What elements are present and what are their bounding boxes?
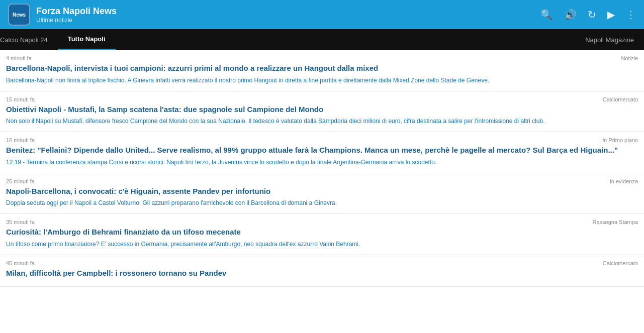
news-feed: 4 minuti faNotizieBarcellona-Napoli, int… — [0, 50, 644, 287]
news-summary: 12.19 - Termina la conferenza stampa Cor… — [6, 158, 638, 167]
news-summary: Doppia seduta oggi per il Napoli a Caste… — [6, 198, 638, 207]
news-category: Notizie — [621, 55, 638, 61]
news-title[interactable]: Milan, difficoltà per Campbell: i rosson… — [6, 268, 638, 278]
nav-bar: Calcio Napoli 24 Tutto Napoli Napoli Mag… — [0, 29, 644, 50]
news-meta: 16 minuti fain Primo piano — [6, 137, 638, 143]
app-subtitle: Ultime notizie — [36, 17, 117, 24]
app-logo: News — [8, 4, 30, 26]
nav-item-calcio[interactable]: Calcio Napoli 24 — [0, 29, 58, 50]
header-icons: 🔍 🔊 ↻ ▶ ⋮ — [540, 9, 636, 21]
news-time: 15 minuti fa — [6, 96, 35, 102]
nav-item-tutto[interactable]: Tutto Napoli — [58, 29, 116, 50]
news-meta: 35 minuti faRassegna Stampa — [6, 219, 638, 225]
news-meta: 25 minuti faIn evidenza — [6, 178, 638, 184]
news-summary: Barcellona-Napoli non finirà al triplice… — [6, 76, 638, 85]
refresh-icon[interactable]: ↻ — [588, 9, 596, 21]
news-category: Rassegna Stampa — [593, 219, 638, 225]
news-category: Calciomercato — [603, 96, 638, 102]
news-item[interactable]: 4 minuti faNotizieBarcellona-Napoli, int… — [0, 50, 644, 91]
news-meta: 45 minuti faCalciomercato — [6, 260, 638, 266]
news-time: 35 minuti fa — [6, 219, 35, 225]
nav-item-magazine[interactable]: Napoli Magazine — [575, 29, 644, 50]
header-title-block: Forza Napoli News Ultime notizie — [36, 6, 117, 24]
news-title[interactable]: Benitez: "Fellaini? Dipende dallo United… — [6, 145, 638, 155]
app-title: Forza Napoli News — [36, 6, 117, 17]
search-icon[interactable]: 🔍 — [540, 9, 553, 21]
news-item[interactable]: 35 minuti faRassegna StampaCuriosità: l'… — [0, 214, 644, 255]
news-item[interactable]: 45 minuti faCalciomercatoMilan, difficol… — [0, 255, 644, 287]
news-title[interactable]: Napoli-Barcellona, i convocati: c'è Higu… — [6, 186, 638, 196]
news-item[interactable]: 15 minuti faCalciomercatoObiettivi Napol… — [0, 91, 644, 133]
news-category: Calciomercato — [603, 260, 638, 266]
news-time: 45 minuti fa — [6, 260, 35, 266]
news-title[interactable]: Barcellona-Napoli, intervista i tuoi cam… — [6, 63, 638, 73]
volume-icon[interactable]: 🔊 — [564, 9, 577, 21]
news-category: In evidenza — [610, 178, 638, 184]
app-header: News Forza Napoli News Ultime notizie 🔍 … — [0, 0, 644, 29]
news-item[interactable]: 25 minuti faIn evidenzaNapoli-Barcellona… — [0, 173, 644, 214]
news-summary: Un tifoso come primo finanziatore? E' su… — [6, 240, 638, 249]
menu-icon[interactable]: ⋮ — [626, 9, 636, 21]
news-category: in Primo piano — [603, 137, 638, 143]
news-time: 4 minuti fa — [6, 55, 32, 61]
news-title[interactable]: Curiosità: l'Amburgo di Behrami finanzia… — [6, 227, 638, 237]
news-meta: 15 minuti faCalciomercato — [6, 96, 638, 102]
news-item[interactable]: 16 minuti fain Primo pianoBenitez: "Fell… — [0, 132, 644, 173]
news-summary: Non solo il Napoli su Mustafi, difensore… — [6, 117, 638, 126]
news-meta: 4 minuti faNotizie — [6, 55, 638, 61]
cast-icon[interactable]: ▶ — [607, 9, 615, 21]
news-time: 25 minuti fa — [6, 178, 35, 184]
news-title[interactable]: Obiettivi Napoli - Mustafi, la Samp scat… — [6, 104, 638, 115]
news-time: 16 minuti fa — [6, 137, 35, 143]
header-left: News Forza Napoli News Ultime notizie — [8, 4, 117, 26]
